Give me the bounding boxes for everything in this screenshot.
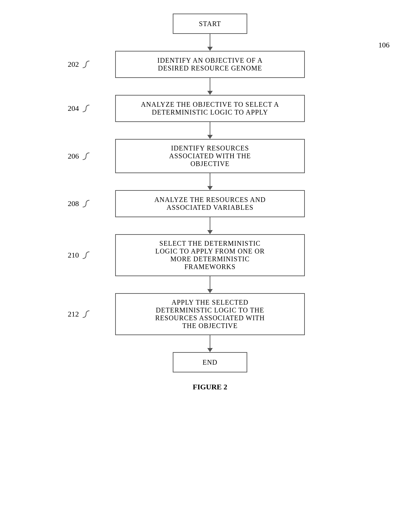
- arrow-head: [207, 135, 213, 139]
- arrow-1: [207, 78, 213, 95]
- box-210-text: SELECT THE DETERMINISTICLOGIC TO APPLY F…: [155, 240, 265, 271]
- arrow-line: [210, 335, 210, 348]
- arrow-6: [207, 335, 213, 352]
- squiggle-210: [81, 250, 91, 260]
- start-label: START: [199, 20, 221, 28]
- arrow-0: [207, 34, 213, 51]
- end-label: END: [203, 359, 217, 366]
- step-id-206: 206: [68, 152, 79, 161]
- start-box: START: [173, 14, 247, 34]
- step-id-204: 204: [68, 104, 79, 113]
- box-204: ANALYZE THE OBJECTIVE TO SELECT ADETERMI…: [115, 95, 305, 122]
- box-202: IDENTIFY AN OBJECTIVE OF ADESIRED RESOUR…: [115, 51, 305, 78]
- end-box: END: [173, 352, 247, 372]
- step-label-204: 204: [68, 103, 91, 114]
- box-212-text: APPLY THE SELECTEDDETERMINISTIC LOGIC TO…: [155, 299, 265, 330]
- step-id-210: 210: [68, 251, 79, 260]
- step-label-212: 212: [68, 309, 91, 319]
- squiggle-212: [81, 309, 91, 319]
- box-202-text: IDENTIFY AN OBJECTIVE OF ADESIRED RESOUR…: [158, 57, 263, 72]
- step-label-210: 210: [68, 250, 91, 260]
- arrow-5: [207, 276, 213, 293]
- arrow-head: [207, 186, 213, 190]
- step-id-208: 208: [68, 199, 79, 208]
- diagram-container: 106 START 202 IDENTIFY AN OBJECTIVE OF A…: [0, 0, 420, 405]
- arrow-head: [207, 230, 213, 234]
- arrow-head: [207, 289, 213, 293]
- box-208-text: ANALYZE THE RESOURCES ANDASSOCIATED VARI…: [154, 196, 266, 211]
- figure-ref: 106: [378, 41, 390, 49]
- box-206-text: IDENTIFY RESOURCESASSOCIATED WITH THEOBJ…: [169, 144, 251, 168]
- arrow-4: [207, 217, 213, 234]
- arrow-2: [207, 122, 213, 139]
- step-row-202: 202 IDENTIFY AN OBJECTIVE OF ADESIRED RE…: [0, 51, 420, 78]
- step-label-202: 202: [68, 59, 91, 69]
- step-id-202: 202: [68, 60, 79, 69]
- arrow-head: [207, 91, 213, 95]
- arrow-head: [207, 348, 213, 352]
- arrow-line: [210, 217, 210, 230]
- step-row-212: 212 APPLY THE SELECTEDDETERMINISTIC LOGI…: [0, 293, 420, 335]
- arrow-line: [210, 78, 210, 91]
- squiggle-206: [81, 151, 91, 161]
- box-206: IDENTIFY RESOURCESASSOCIATED WITH THEOBJ…: [115, 139, 305, 173]
- box-204-text: ANALYZE THE OBJECTIVE TO SELECT ADETERMI…: [141, 101, 279, 116]
- arrow-line: [210, 173, 210, 186]
- arrow-line: [210, 276, 210, 289]
- squiggle-204: [81, 103, 91, 114]
- box-210: SELECT THE DETERMINISTICLOGIC TO APPLY F…: [115, 234, 305, 276]
- step-id-212: 212: [68, 310, 79, 319]
- squiggle-208: [81, 199, 91, 209]
- step-label-206: 206: [68, 151, 91, 161]
- arrow-3: [207, 173, 213, 190]
- figure-caption: FIGURE 2: [193, 383, 227, 391]
- box-212: APPLY THE SELECTEDDETERMINISTIC LOGIC TO…: [115, 293, 305, 335]
- step-label-208: 208: [68, 199, 91, 209]
- arrow-line: [210, 122, 210, 135]
- step-row-204: 204 ANALYZE THE OBJECTIVE TO SELECT ADET…: [0, 95, 420, 122]
- step-row-206: 206 IDENTIFY RESOURCESASSOCIATED WITH TH…: [0, 139, 420, 173]
- squiggle-202: [81, 59, 91, 69]
- arrow-line: [210, 34, 210, 47]
- box-208: ANALYZE THE RESOURCES ANDASSOCIATED VARI…: [115, 190, 305, 217]
- step-row-208: 208 ANALYZE THE RESOURCES ANDASSOCIATED …: [0, 190, 420, 217]
- arrow-head: [207, 47, 213, 51]
- step-row-210: 210 SELECT THE DETERMINISTICLOGIC TO APP…: [0, 234, 420, 276]
